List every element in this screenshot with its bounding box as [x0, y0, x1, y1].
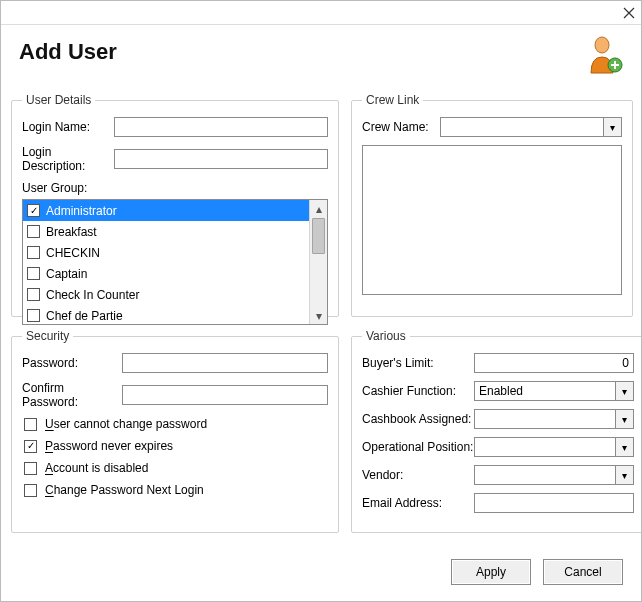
checkbox-icon[interactable]: [24, 462, 37, 475]
checkbox-icon[interactable]: [27, 204, 40, 217]
user-group-item[interactable]: Captain: [23, 263, 310, 284]
listbox-scrollbar[interactable]: ▴ ▾: [309, 200, 327, 324]
login-desc-label: Login Description:: [22, 145, 114, 173]
user-group-listbox[interactable]: AdministratorBreakfastCHECKINCaptainChec…: [22, 199, 328, 325]
login-name-input[interactable]: [114, 117, 328, 137]
security-option-label: Change Password Next Login: [45, 483, 204, 497]
various-legend: Various: [362, 329, 410, 343]
checkbox-icon[interactable]: [24, 484, 37, 497]
dialog-buttons: Apply Cancel: [451, 559, 623, 585]
operational-position-value: [475, 438, 615, 456]
security-option[interactable]: Change Password Next Login: [24, 483, 328, 497]
user-group-item-label: Captain: [46, 267, 87, 281]
password-input[interactable]: [122, 353, 328, 373]
user-group-item-label: Check In Counter: [46, 288, 139, 302]
login-name-label: Login Name:: [22, 120, 114, 134]
buyers-limit-input[interactable]: [474, 353, 634, 373]
svg-point-0: [595, 37, 609, 53]
confirm-password-label: Confirm Password:: [22, 381, 122, 409]
user-group-item[interactable]: CHECKIN: [23, 242, 310, 263]
scroll-thumb[interactable]: [312, 218, 325, 254]
window-titlebar: [1, 1, 641, 25]
user-group-item[interactable]: Chef de Partie: [23, 305, 310, 324]
security-option-label: User cannot change password: [45, 417, 207, 431]
security-option-label: Account is disabled: [45, 461, 148, 475]
cashbook-assigned-label: Cashbook Assigned:: [362, 412, 474, 426]
user-group-label: User Group:: [22, 181, 328, 195]
user-group-item-label: CHECKIN: [46, 246, 100, 260]
security-legend: Security: [22, 329, 73, 343]
checkbox-icon[interactable]: [27, 225, 40, 238]
cashier-function-value: Enabled: [475, 382, 615, 400]
vendor-value: [475, 466, 615, 484]
crew-name-label: Crew Name:: [362, 120, 440, 134]
various-group: Various Buyer's Limit: Cashier Function:…: [351, 329, 642, 533]
vendor-combo[interactable]: [474, 465, 634, 485]
security-option[interactable]: User cannot change password: [24, 417, 328, 431]
checkbox-icon[interactable]: [27, 267, 40, 280]
security-option[interactable]: Account is disabled: [24, 461, 328, 475]
dialog-content: User Details Login Name: Login Descripti…: [11, 93, 631, 541]
user-group-item-label: Administrator: [46, 204, 117, 218]
operational-position-combo[interactable]: [474, 437, 634, 457]
security-option[interactable]: Password never expires: [24, 439, 328, 453]
chevron-down-icon[interactable]: [615, 438, 633, 456]
user-group-item-label: Breakfast: [46, 225, 97, 239]
crew-preview-panel: [362, 145, 622, 295]
user-group-item[interactable]: Administrator: [23, 200, 310, 221]
user-details-group: User Details Login Name: Login Descripti…: [11, 93, 339, 317]
apply-button[interactable]: Apply: [451, 559, 531, 585]
login-desc-input[interactable]: [114, 149, 328, 169]
crew-name-combo[interactable]: [440, 117, 622, 137]
crew-name-value: [441, 118, 603, 136]
email-input[interactable]: [474, 493, 634, 513]
cancel-button[interactable]: Cancel: [543, 559, 623, 585]
cashier-function-label: Cashier Function:: [362, 384, 474, 398]
user-group-item[interactable]: Breakfast: [23, 221, 310, 242]
page-title: Add User: [19, 39, 623, 65]
cashbook-assigned-value: [475, 410, 615, 428]
checkbox-icon[interactable]: [24, 418, 37, 431]
crew-link-legend: Crew Link: [362, 93, 423, 107]
scroll-down-button[interactable]: ▾: [310, 307, 327, 324]
email-label: Email Address:: [362, 496, 474, 510]
close-icon[interactable]: [623, 7, 635, 19]
checkbox-icon[interactable]: [27, 309, 40, 322]
user-group-item-label: Chef de Partie: [46, 309, 123, 323]
checkbox-icon[interactable]: [27, 288, 40, 301]
chevron-down-icon[interactable]: [615, 382, 633, 400]
dialog-header: Add User: [1, 25, 641, 71]
user-details-legend: User Details: [22, 93, 95, 107]
operational-position-label: Operational Position:: [362, 440, 474, 454]
cashbook-assigned-combo[interactable]: [474, 409, 634, 429]
chevron-down-icon[interactable]: [615, 410, 633, 428]
scroll-up-button[interactable]: ▴: [310, 200, 327, 217]
vendor-label: Vendor:: [362, 468, 474, 482]
confirm-password-input[interactable]: [122, 385, 328, 405]
add-user-icon: [587, 35, 623, 78]
checkbox-icon[interactable]: [27, 246, 40, 259]
cashier-function-combo[interactable]: Enabled: [474, 381, 634, 401]
security-group: Security Password: Confirm Password: Use…: [11, 329, 339, 533]
user-group-item[interactable]: Check In Counter: [23, 284, 310, 305]
crew-link-group: Crew Link Crew Name:: [351, 93, 633, 317]
buyers-limit-label: Buyer's Limit:: [362, 356, 474, 370]
checkbox-icon[interactable]: [24, 440, 37, 453]
chevron-down-icon[interactable]: [615, 466, 633, 484]
chevron-down-icon[interactable]: [603, 118, 621, 136]
password-label: Password:: [22, 356, 122, 370]
security-option-label: Password never expires: [45, 439, 173, 453]
